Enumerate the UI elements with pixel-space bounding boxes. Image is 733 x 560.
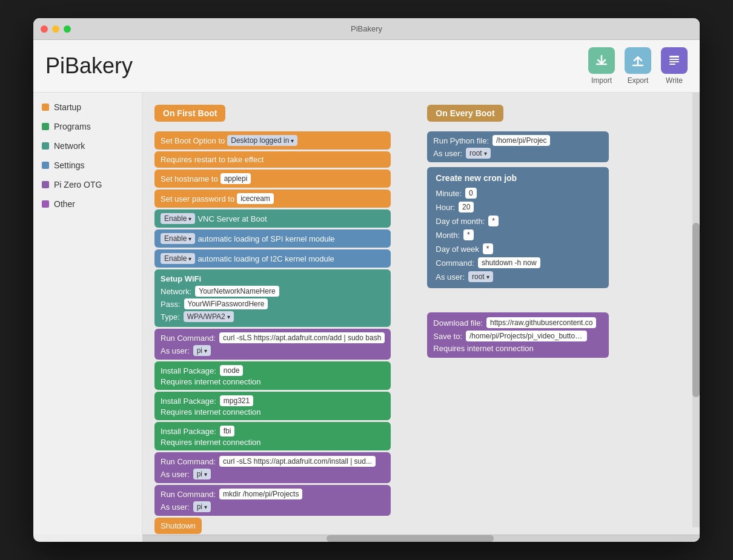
sections-row: On First Boot Set Boot Option to Desktop… — [154, 105, 688, 535]
download-save-row: Save to: /home/pi/Projects/pi_video_butt… — [433, 331, 603, 341]
download-note: Requires internet connection — [433, 344, 603, 353]
pass-input[interactable]: YourWiFiPasswordHere — [184, 298, 268, 309]
cron-dom-label: Day of month: — [436, 217, 485, 226]
pkg-fbi-row: Install Package: fbi — [161, 426, 385, 436]
cmd3-row: Run Command: mkdir /home/pi/Projects — [161, 489, 385, 499]
cmd3-user-row: As user: pi — [161, 501, 385, 512]
v-scroll-thumb[interactable] — [692, 223, 700, 397]
header-actions: Import Export — [588, 47, 688, 85]
python-label: Run Python file: — [433, 136, 489, 145]
run-cmd3-input[interactable]: mkdir /home/pi/Projects — [219, 489, 302, 499]
cron-title: Create new cron job — [436, 173, 600, 183]
h-scrollbar[interactable] — [142, 535, 700, 542]
cron-dow-label: Day of week — [436, 245, 479, 254]
pkg-node-input[interactable]: node — [220, 365, 244, 376]
vnc-enable-select[interactable]: Enable — [161, 213, 195, 224]
cmd3-user-select[interactable]: pi — [193, 501, 211, 512]
startup-dot — [42, 104, 49, 111]
cron-dow-input[interactable]: * — [483, 243, 493, 254]
run-cmd1-label: Run Command: — [161, 334, 216, 343]
import-button[interactable]: Import — [588, 47, 615, 85]
close-button[interactable] — [41, 25, 48, 33]
python-user-select[interactable]: root — [466, 148, 491, 159]
sidebar-item-settings[interactable]: Settings — [33, 156, 142, 175]
vnc-label: VNC Server at Boot — [197, 214, 267, 223]
cron-minute-input[interactable]: 0 — [465, 188, 477, 199]
export-button[interactable]: Export — [625, 47, 651, 85]
cron-block: Create new cron job Minute: 0 Hour: 20 D… — [427, 167, 609, 288]
restart-notice-block: Requires restart to take effect — [154, 151, 391, 168]
svg-rect-3 — [669, 64, 675, 65]
i2c-label: automatic loading of I2C kernel module — [197, 254, 334, 263]
network-label: Network: — [161, 287, 191, 296]
network-input[interactable]: YourNetworkNameHere — [195, 286, 279, 297]
sidebar-item-other[interactable]: Other — [33, 194, 142, 214]
python-input[interactable]: /home/pi/Projec — [493, 135, 550, 146]
pkg-mpg321-block: Install Package: mpg321 Requires interne… — [154, 392, 391, 420]
run-cmd2-input[interactable]: curl -sLS https://apt.adafruit.com/insta… — [219, 456, 376, 467]
run-cmd1-input[interactable]: curl -sLS https://apt.adafruit.com/add |… — [219, 332, 385, 343]
main-canvas[interactable]: On First Boot Set Boot Option to Desktop… — [142, 93, 700, 535]
minimize-button[interactable] — [52, 25, 59, 33]
password-block: Set user password to icecream — [154, 189, 391, 208]
spi-enable-select[interactable]: Enable — [161, 233, 195, 244]
sidebar-item-network[interactable]: Network — [33, 136, 142, 156]
pkg-fbi-input[interactable]: fbi — [220, 426, 235, 436]
type-select[interactable]: WPA/WPA2 — [184, 311, 234, 322]
cron-month-input[interactable]: * — [463, 229, 474, 240]
import-icon — [588, 47, 615, 74]
network-dot — [42, 142, 49, 150]
cmd1-user-label: As user: — [161, 346, 190, 355]
app-body: Startup Programs Network Settings Pi Zer… — [33, 93, 700, 535]
write-label: Write — [666, 76, 683, 85]
sidebar-label-startup: Startup — [54, 102, 81, 112]
vnc-block: Enable VNC Server at Boot — [154, 209, 391, 228]
wifi-network-row: Network: YourNetworkNameHere — [161, 286, 385, 297]
run-cmd2-label: Run Command: — [161, 457, 216, 466]
password-input[interactable]: icecream — [237, 193, 274, 204]
export-icon — [625, 47, 651, 74]
cron-user-row: As user: root — [436, 271, 600, 282]
sidebar-item-programs[interactable]: Programs — [33, 117, 142, 136]
import-label: Import — [591, 76, 612, 85]
download-save-input[interactable]: /home/pi/Projects/pi_video_button/pu — [466, 331, 587, 341]
cmd2-row: Run Command: curl -sLS https://apt.adafr… — [161, 456, 385, 467]
hostname-label: Set hostname to — [161, 174, 218, 183]
python-user-row: As user: root — [433, 148, 603, 159]
pkg-fbi-note: Requires internet connection — [161, 438, 385, 447]
hostname-input[interactable]: applepi — [221, 173, 251, 184]
h-scroll-thumb[interactable] — [327, 535, 494, 542]
cron-dow-row: Day of week * — [436, 243, 600, 254]
cmd1-user-select[interactable]: pi — [193, 345, 211, 356]
cmd2-user-select[interactable]: pi — [193, 469, 211, 479]
cron-dom-input[interactable]: * — [488, 216, 499, 226]
settings-dot — [42, 162, 49, 169]
sidebar-item-pizerotg[interactable]: Pi Zero OTG — [33, 175, 142, 194]
pkg-mpg321-input[interactable]: mpg321 — [220, 395, 253, 406]
cmd2-user-row: As user: pi — [161, 469, 385, 479]
titlebar: PiBakery — [33, 18, 700, 40]
boot-option-select[interactable]: Desktop logged in — [227, 135, 297, 146]
write-icon — [661, 47, 688, 74]
sidebar-label-settings: Settings — [54, 160, 85, 170]
cron-cmd-input[interactable]: shutdown -h now — [478, 257, 540, 268]
download-url-input[interactable]: https://raw.githubusercontent.co — [486, 317, 596, 328]
app-window: PiBakery PiBakery Import Export — [33, 18, 700, 542]
i2c-enable-select[interactable]: Enable — [161, 253, 195, 264]
restart-notice-text: Requires restart to take effect — [161, 155, 264, 164]
app-title: PiBakery — [45, 53, 133, 79]
pass-label: Pass: — [161, 300, 181, 309]
cron-user-select[interactable]: root — [468, 271, 493, 282]
cron-dom-row: Day of month: * — [436, 216, 600, 226]
sidebar-item-startup[interactable]: Startup — [33, 97, 142, 117]
password-label: Set user password to — [161, 194, 234, 203]
write-button[interactable]: Write — [661, 47, 688, 85]
svg-rect-1 — [669, 59, 679, 60]
type-label: Type: — [161, 312, 180, 321]
maximize-button[interactable] — [64, 25, 71, 33]
cron-month-row: Month: * — [436, 229, 600, 240]
sidebar-label-programs: Programs — [54, 122, 91, 131]
cron-cmd-row: Command: shutdown -h now — [436, 257, 600, 268]
cron-hour-input[interactable]: 20 — [459, 202, 474, 212]
v-scrollbar[interactable] — [692, 93, 700, 527]
